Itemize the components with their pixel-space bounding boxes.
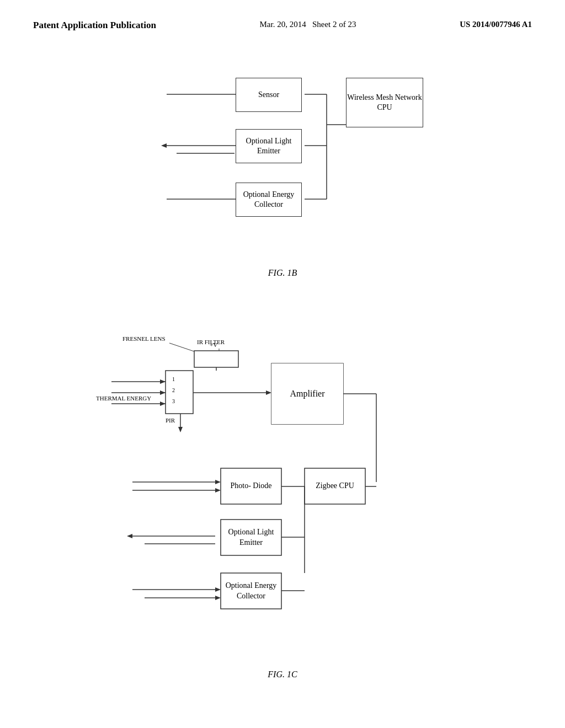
wireless-box: Wireless Mesh Network CPU	[346, 78, 423, 127]
svg-marker-3	[161, 143, 167, 148]
pin3-label: 3	[172, 398, 175, 404]
energy-collector-1c-text: Optional Energy Collector	[221, 573, 281, 609]
amplifier-box: Amplifier	[271, 363, 343, 424]
fig1c-container: FRESNEL LENS IR FILTER +V THERMAL ENERGY…	[67, 311, 498, 686]
svg-marker-27	[266, 390, 271, 395]
patent-number: US 2014/0077946 A1	[460, 20, 532, 29]
fig1c-diagram: FRESNEL LENS IR FILTER +V THERMAL ENERGY…	[0, 311, 565, 679]
page-header: Patent Application Publication Mar. 20, …	[0, 0, 565, 31]
fig1b-container: Sensor Wireless Mesh Network CPU Optiona…	[95, 64, 470, 263]
date-sheet: Mar. 20, 2014 Sheet 2 of 23	[260, 20, 356, 29]
light-emitter-box: Optional Light Emitter	[236, 129, 302, 163]
svg-rect-25	[194, 351, 238, 367]
svg-marker-48	[215, 587, 221, 592]
svg-marker-50	[215, 596, 221, 600]
photo-diode-text: Photo- Diode	[221, 468, 281, 504]
zigbee-text: Zigbee CPU	[305, 468, 365, 504]
fig1b-label: FIG. 1B	[0, 268, 565, 278]
svg-marker-17	[160, 390, 166, 395]
fig1b-diagram: Sensor Wireless Mesh Network CPU Optiona…	[0, 64, 565, 278]
svg-marker-42	[127, 534, 132, 538]
pir-label: PIR	[166, 417, 175, 424]
fresnel-lens-label: FRESNEL LENS	[122, 335, 166, 342]
sensor-box: Sensor	[236, 78, 302, 112]
svg-marker-19	[160, 402, 166, 406]
svg-marker-34	[215, 480, 221, 484]
pin2-label: 2	[172, 387, 175, 393]
energy-collector-box: Optional Energy Collector	[236, 183, 302, 217]
light-emitter-1c-text: Optional Light Emitter	[221, 520, 281, 555]
svg-rect-20	[166, 371, 193, 414]
svg-marker-36	[215, 488, 221, 493]
svg-marker-29	[178, 427, 183, 432]
plus-v-label: +V	[210, 341, 217, 348]
thermal-energy-label: THERMAL ENERGY	[96, 395, 151, 402]
publication-label: Patent Application Publication	[33, 20, 156, 31]
svg-marker-15	[160, 379, 166, 384]
pin1-label: 1	[172, 376, 175, 382]
